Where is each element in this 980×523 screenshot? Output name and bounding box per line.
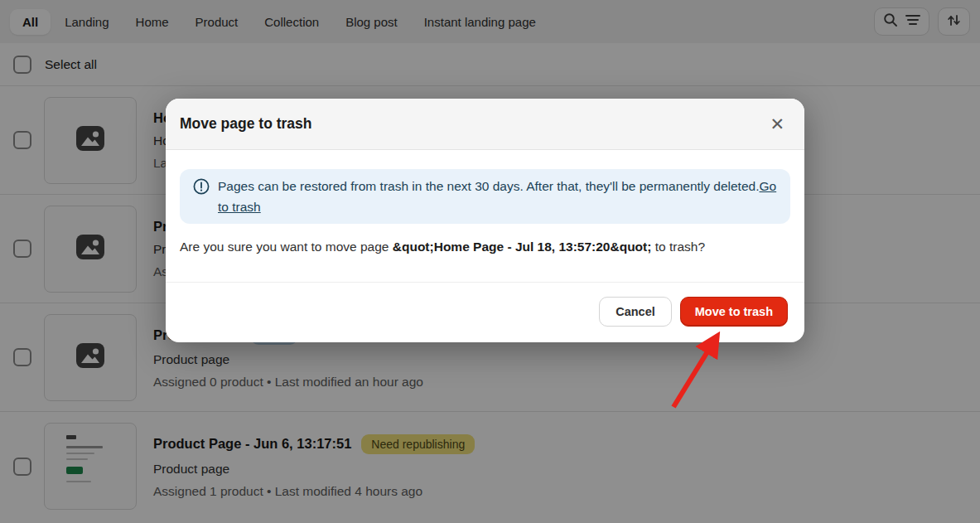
modal-footer: Cancel Move to trash [166,282,804,342]
info-banner: Pages can be restored from trash in the … [180,169,790,224]
page-name: &quot;Home Page - Jul 18, 13:57:20&quot; [393,240,652,254]
close-icon[interactable]: ✕ [766,112,788,136]
cancel-button[interactable]: Cancel [599,297,672,327]
move-to-trash-button[interactable]: Move to trash [680,297,788,327]
modal-body: Pages can be restored from trash in the … [166,150,804,282]
info-icon [193,178,210,201]
modal-title: Move page to trash [180,115,311,133]
confirm-text: Are you sure you want to move page &quot… [180,240,790,254]
modal-header: Move page to trash ✕ [166,99,804,150]
banner-text: Pages can be restored from trash in the … [218,179,759,193]
move-to-trash-modal: Move page to trash ✕ Pages can be restor… [166,99,804,342]
